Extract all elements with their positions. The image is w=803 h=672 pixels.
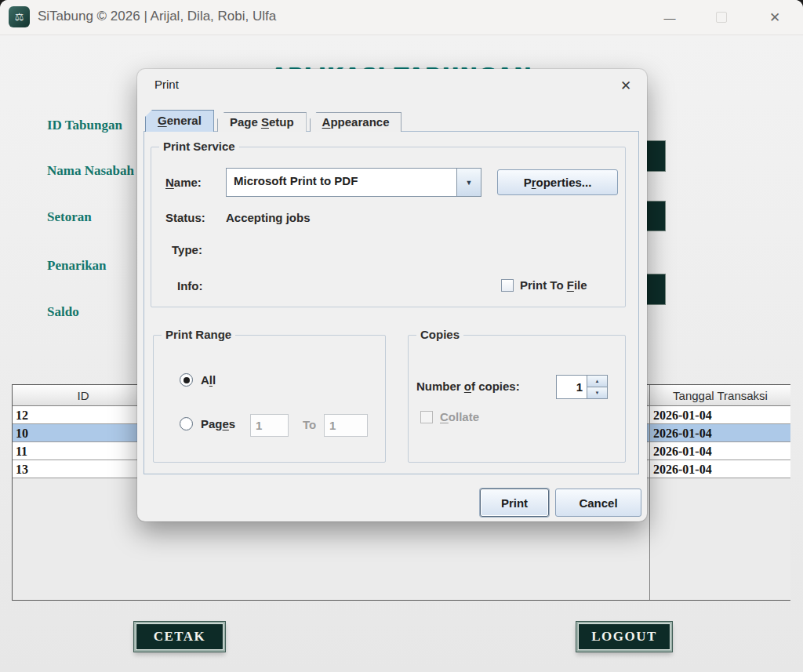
cell-date: 2026-01-04 (653, 445, 712, 458)
copies-legend: Copies (416, 328, 463, 341)
cell-date: 2026-01-04 (653, 427, 712, 440)
to-label: To (303, 418, 316, 431)
dialog-title: Print (154, 78, 179, 91)
copies-group: Copies Number of copies: ▲ ▼ Collate (408, 335, 626, 463)
legend-label: Print Service (163, 140, 235, 153)
hidden-field-button-3[interactable] (647, 274, 666, 305)
arrow-up-icon: ▲ (595, 379, 600, 383)
mnemonic: o (464, 380, 471, 393)
window-title: SiTabung © 2026 | Arijal, Dila, Robi, Ul… (38, 9, 276, 24)
tab-mnemonic: A (322, 115, 331, 129)
all-radio-label: All (201, 373, 216, 387)
minimize-button[interactable]: — (654, 5, 685, 30)
print-dialog: Print ✕ General Page Setup Appearance Pr… (137, 69, 647, 521)
cetak-label: CETAK (154, 629, 206, 645)
minimize-icon: — (664, 11, 676, 24)
cancel-button[interactable]: Cancel (555, 489, 641, 517)
table-cell-date[interactable]: 2026-01-04 (650, 460, 790, 478)
close-icon: ✕ (620, 78, 631, 94)
page-from-field[interactable] (250, 414, 289, 437)
cancel-label: Cancel (579, 496, 617, 510)
tab-label: Page (230, 115, 261, 129)
window-close-button[interactable]: ✕ (759, 5, 790, 30)
label-penarikan: Penarikan (47, 258, 107, 274)
status-value: Accepting jobs (226, 211, 311, 224)
collate-checkbox[interactable] (420, 411, 433, 423)
cell-id: 10 (16, 427, 28, 440)
label-text: Number (416, 380, 464, 393)
label-text: ame: (174, 176, 202, 189)
btn-label: operties... (536, 176, 592, 189)
print-label: Print (501, 496, 528, 510)
label-id-tabungan: ID Tabungan (47, 118, 122, 133)
dialog-tabs: General Page Setup Appearance (145, 110, 405, 132)
hidden-field-button-1[interactable] (647, 140, 666, 172)
all-radio[interactable] (180, 373, 193, 387)
page-to-field[interactable] (324, 414, 368, 437)
dialog-close-button[interactable]: ✕ (614, 74, 638, 96)
name-label: Name: (165, 176, 202, 189)
spinner-up-button[interactable]: ▲ (587, 375, 608, 387)
cetak-button[interactable]: CETAK (134, 622, 225, 652)
properties-button[interactable]: Properties... (497, 169, 618, 195)
btn-label: P (524, 176, 532, 189)
label-setoran: Setoran (47, 209, 92, 225)
info-label: Info: (177, 279, 202, 292)
status-label: Status: (165, 211, 205, 224)
print-service-legend: Print Service (159, 140, 239, 153)
tab-mnemonic: S (261, 115, 269, 129)
spinner-down-button[interactable]: ▼ (587, 387, 608, 399)
hidden-field-button-2[interactable] (647, 201, 666, 231)
number-of-copies-label: Number of copies: (416, 380, 520, 393)
print-to-file-checkbox[interactable] (501, 279, 514, 292)
column-header-tanggal[interactable]: Tanggal Transaksi (650, 385, 790, 406)
print-range-legend: Print Range (162, 328, 235, 341)
tab-general[interactable]: General (145, 110, 214, 132)
printer-select[interactable]: Microsoft Print to PDF ▼ (226, 168, 481, 197)
logout-button[interactable]: LOGOUT (576, 622, 672, 652)
mnemonic: N (165, 176, 174, 189)
label-text: Pag (201, 417, 223, 430)
column-header-id[interactable]: ID (13, 389, 154, 402)
tab-label: eneral (167, 114, 202, 127)
label-text: A (201, 373, 209, 387)
print-range-group: Print Range All Pages To (153, 335, 386, 463)
maximize-icon (716, 12, 727, 23)
tab-page-setup[interactable]: Page Setup (217, 112, 307, 132)
mnemonic: e (223, 417, 229, 430)
cell-date: 2026-01-04 (653, 409, 712, 422)
tab-label: etup (269, 115, 294, 129)
label-text: l (213, 373, 216, 387)
dropdown-button[interactable]: ▼ (456, 169, 481, 196)
label-saldo: Saldo (47, 304, 79, 320)
print-to-file-label: Print To File (520, 278, 587, 292)
mnemonic: C (440, 410, 449, 423)
tab-appearance[interactable]: Appearance (310, 112, 402, 132)
maximize-button[interactable] (706, 5, 737, 30)
printer-selected-value: Microsoft Print to PDF (227, 169, 456, 196)
logout-label: LOGOUT (591, 629, 657, 645)
table-cell-date[interactable]: 2026-01-04 (650, 442, 790, 460)
pages-radio[interactable] (180, 417, 193, 430)
cell-id: 13 (16, 463, 28, 476)
label-text: Print To (520, 278, 567, 292)
type-label: Type: (172, 243, 202, 256)
table-cell-date[interactable]: 2026-01-04 (650, 406, 790, 424)
table-cell-date-selected[interactable]: 2026-01-04 (650, 424, 790, 442)
column-tanggal-transaksi: Tanggal Transaksi 2026-01-04 2026-01-04 … (649, 385, 790, 600)
tab-label: ppearance (330, 115, 389, 129)
mnemonic: F (567, 278, 574, 292)
arrow-down-icon: ▼ (595, 390, 600, 395)
cell-id: 12 (16, 409, 28, 422)
header-label: Tanggal Transaksi (673, 389, 768, 402)
copies-spinner-field[interactable] (556, 375, 587, 399)
label-text: ollate (449, 410, 479, 423)
collate-label: Collate (440, 410, 479, 423)
app-logo-icon: ⚖ (9, 6, 30, 27)
print-button[interactable]: Print (480, 489, 549, 517)
app-window: ⚖ SiTabung © 2026 | Arijal, Dila, Robi, … (0, 0, 803, 672)
legend-label: Print Range (165, 328, 231, 341)
label-text: f copies: (471, 380, 520, 393)
cell-id: 11 (16, 445, 27, 458)
print-service-group: Print Service Name: Microsoft Print to P… (151, 147, 626, 307)
